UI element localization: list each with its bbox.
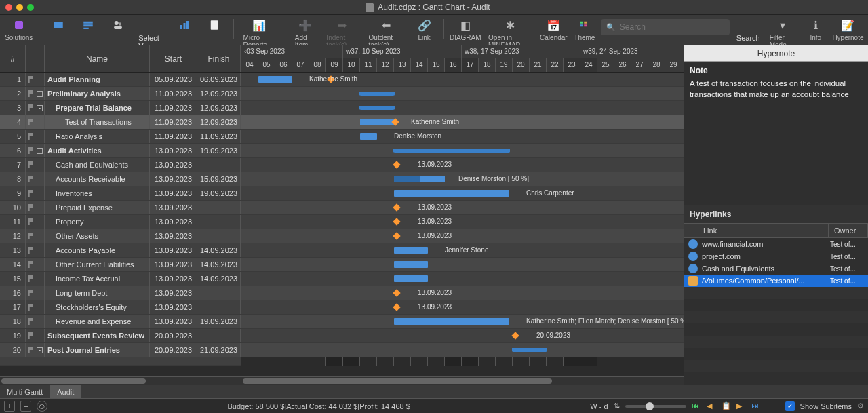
task-finish[interactable]: 06.09.2023 [197,73,241,86]
task-finish[interactable]: 12.09.2023 [197,87,241,100]
task-name[interactable]: Subsequent Events Review [45,329,150,342]
task-name[interactable]: Prepare Trial Balance [45,101,150,115]
week-header[interactable]: w39, 24 Sep 2023 [580,45,682,58]
task-row[interactable]: 10Prepaid Expense13.09.2023 [0,201,241,215]
milestone-diamond[interactable] [511,332,519,339]
summary-bar[interactable] [360,92,394,96]
tab-audit[interactable]: Audit [50,385,81,398]
flag-cell[interactable] [26,201,35,214]
day-header[interactable]: 10 [343,58,360,72]
task-bar[interactable] [394,247,428,254]
task-start[interactable]: 13.09.2023 [150,300,197,314]
day-header[interactable]: 14 [411,58,428,72]
flag-cell[interactable] [26,315,35,328]
theme-button[interactable]: Theme [571,16,598,43]
task-row[interactable]: 2-Preliminary Analysis11.09.202312.09.20… [0,87,241,101]
hyperlink-row[interactable]: www.financial.comTest of... [684,238,868,250]
gantt-row[interactable]: Katherine Smith; Ellen March; Denise Mor… [241,315,684,329]
task-finish[interactable]: 14.09.2023 [197,258,241,271]
task-row[interactable]: 1Audit Planning05.09.202306.09.2023 [0,73,241,87]
gantt-row[interactable]: Denise Morston [241,130,684,144]
task-name[interactable]: Accounts Receivable [45,172,150,186]
task-start[interactable]: 13.09.2023 [150,243,197,257]
gantt-row[interactable]: 13.09.2023 [241,286,684,300]
day-header[interactable]: 07 [292,58,309,72]
expand-toggle[interactable] [35,115,45,129]
nav-first-icon[interactable]: ⏮ [692,401,701,411]
info-button[interactable]: ℹInfo [802,16,829,43]
expand-toggle[interactable] [35,73,45,86]
task-row[interactable]: 8Accounts Receivable13.09.202315.09.2023 [0,172,241,186]
tab-multi-gantt[interactable]: Multi Gantt [0,385,50,398]
task-finish[interactable] [197,286,241,300]
task-finish[interactable] [197,201,241,214]
close-window-button[interactable] [5,4,12,11]
gantt-row[interactable]: Jennifer Stone [241,243,684,258]
col-header-start[interactable]: Start [150,45,197,72]
expand-toggle[interactable] [35,329,45,342]
day-header[interactable]: 21 [530,58,547,72]
task-name[interactable]: Ratio Analysis [45,130,150,143]
summary-bar[interactable] [360,106,394,110]
document-button[interactable] [201,16,228,34]
task-row[interactable]: 9Inventories13.09.202319.09.2023 [0,186,241,201]
task-bar[interactable] [360,133,377,140]
day-header[interactable]: 09 [326,58,343,72]
task-finish[interactable]: 12.09.2023 [197,115,241,129]
minimize-window-button[interactable] [16,4,23,11]
task-name[interactable]: Income Tax Accrual [45,272,150,286]
flag-cell[interactable] [26,300,35,314]
zoom-out-button[interactable]: − [20,401,31,412]
smiley-button[interactable]: ☺ [37,401,47,412]
col-header-flag[interactable] [26,45,35,72]
flag-cell[interactable] [26,258,35,271]
gantt-row[interactable]: Katherine Smith [241,73,684,87]
task-finish[interactable]: 19.09.2023 [197,186,241,200]
gantt-row[interactable] [241,144,684,158]
hypernote-tab[interactable]: Hypernote [684,45,868,62]
task-start[interactable]: 11.09.2023 [150,101,197,115]
expand-toggle[interactable]: - [35,101,45,115]
day-header[interactable]: 18 [479,58,496,72]
task-row[interactable]: 18Revenue and Expense13.09.202319.09.202… [0,315,241,329]
day-header[interactable]: 24 [580,58,597,72]
hypernote-button[interactable]: 📝Hypernote [832,16,864,43]
task-start[interactable]: 13.09.2023 [150,186,197,200]
expand-toggle[interactable] [35,272,45,286]
task-bar[interactable] [360,119,394,125]
task-name[interactable]: Other Assets [45,229,150,243]
task-finish[interactable]: 15.09.2023 [197,172,241,186]
nav-prev-icon[interactable]: ◀ [707,401,716,411]
diagram-button[interactable]: ◧DIAGRAM [449,16,481,43]
week-header[interactable]: ‹03 Sep 2023 [241,45,343,58]
task-name[interactable]: Other Current Liabilities [45,258,150,271]
gantt-row[interactable] [241,343,684,357]
day-header[interactable]: 22 [547,58,564,72]
solutions-button[interactable]: Solutions [4,16,33,43]
col-header-name[interactable]: Name [45,45,150,72]
day-header[interactable]: 20 [513,58,530,72]
flag-cell[interactable] [26,172,35,186]
hyperlink-row[interactable]: Cash and EquivalentsTest of... [684,262,868,275]
day-header[interactable]: 26 [614,58,631,72]
milestone-diamond[interactable] [393,218,400,225]
day-header[interactable]: 25 [597,58,614,72]
task-row[interactable]: 13Accounts Payable13.09.202314.09.2023 [0,243,241,258]
zoom-window-button[interactable] [27,4,34,11]
flag-cell[interactable] [26,130,35,143]
task-finish[interactable] [197,229,241,243]
expand-toggle[interactable]: - [35,343,45,357]
task-row[interactable]: 16Long-term Debt13.09.2023 [0,286,241,300]
day-header[interactable]: 11 [360,58,377,72]
task-name[interactable]: Audit Activities [45,144,150,157]
task-bar[interactable] [394,261,428,268]
task-row[interactable]: 6-Audit Activities13.09.202319.09.2023 [0,144,241,158]
task-row[interactable]: 20-Post Journal Entries20.09.202321.09.2… [0,343,241,357]
summary-bar[interactable] [394,149,509,153]
flag-cell[interactable] [26,215,35,229]
gantt-row[interactable]: 13.09.2023 [241,300,684,315]
gantt-row[interactable] [241,101,684,115]
day-header[interactable]: 19 [496,58,513,72]
task-name[interactable]: Accounts Payable [45,243,150,257]
flag-cell[interactable] [26,186,35,200]
